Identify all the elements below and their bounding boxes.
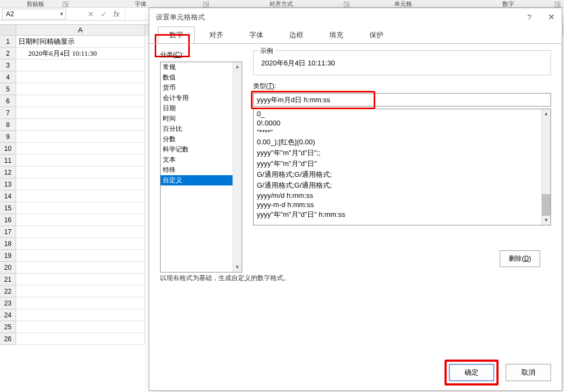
row-header[interactable]: 12 — [0, 167, 16, 178]
category-item[interactable]: 货币 — [161, 83, 233, 93]
delete-button[interactable]: 删除(D) — [500, 250, 540, 267]
cell[interactable] — [16, 285, 145, 297]
row-header[interactable]: 3 — [0, 59, 16, 71]
cell[interactable]: 2020年6月4日 10:11:30 — [16, 48, 145, 59]
select-all-corner[interactable] — [0, 25, 16, 36]
dialog-titlebar[interactable]: 设置单元格格式 ? ✕ — [149, 8, 562, 26]
type-list-item[interactable]: 0!.0000 — [254, 118, 541, 128]
tab-font[interactable]: 字体 — [238, 26, 275, 44]
type-list-item[interactable]: G/通用格式;G/通用格式; — [254, 180, 541, 191]
chevron-down-icon[interactable]: ▼ — [58, 11, 65, 17]
category-item[interactable]: 会计专用 — [161, 93, 233, 103]
row-header[interactable]: 25 — [0, 321, 16, 333]
cell[interactable] — [16, 321, 145, 333]
row-header[interactable]: 18 — [0, 238, 16, 250]
type-list-item[interactable]: "****" — [254, 128, 541, 137]
confirm-formula-icon[interactable]: ✓ — [101, 10, 107, 18]
row-header[interactable]: 4 — [0, 71, 16, 83]
category-item[interactable]: 分数 — [161, 134, 233, 144]
type-list-item[interactable]: yyyy/m/d h:mm:ss — [254, 191, 541, 200]
row-header[interactable]: 20 — [0, 262, 16, 274]
cell[interactable] — [16, 83, 145, 95]
scroll-down-icon[interactable]: ▼ — [542, 216, 550, 225]
cell[interactable] — [16, 71, 145, 83]
cell[interactable] — [16, 309, 145, 321]
cell[interactable] — [16, 131, 145, 143]
cell[interactable] — [16, 202, 145, 214]
close-icon[interactable]: ✕ — [540, 8, 562, 26]
category-item[interactable]: 自定义 — [161, 175, 233, 185]
cancel-formula-icon[interactable]: ✕ — [88, 10, 94, 18]
dialog-launcher-icon[interactable]: ↘ — [203, 2, 209, 7]
cell[interactable] — [16, 274, 145, 285]
category-item[interactable]: 数值 — [161, 72, 233, 83]
cell[interactable] — [16, 333, 145, 345]
scroll-up-icon[interactable]: ▲ — [542, 109, 550, 118]
row-header[interactable]: 26 — [0, 333, 16, 345]
row-header[interactable]: 24 — [0, 309, 16, 321]
help-icon[interactable]: ? — [519, 8, 540, 26]
row-header[interactable]: 23 — [0, 297, 16, 309]
ok-button[interactable]: 确定 — [449, 364, 494, 381]
cell[interactable] — [16, 250, 145, 262]
row-header[interactable]: 22 — [0, 285, 16, 297]
row-header[interactable]: 16 — [0, 214, 16, 226]
cell[interactable] — [16, 214, 145, 226]
row-header[interactable]: 7 — [0, 107, 16, 119]
row-header[interactable]: 14 — [0, 190, 16, 202]
category-item[interactable]: 特殊 — [161, 165, 233, 175]
type-list-item[interactable]: 0_ — [254, 109, 541, 118]
row-header[interactable]: 15 — [0, 202, 16, 214]
cell[interactable] — [16, 155, 145, 167]
cell[interactable] — [16, 190, 145, 202]
tab-fill[interactable]: 填充 — [318, 26, 355, 44]
row-header[interactable]: 17 — [0, 226, 16, 238]
type-input[interactable] — [253, 93, 551, 107]
cell[interactable] — [16, 262, 145, 274]
cell[interactable] — [16, 238, 145, 250]
cell[interactable] — [16, 143, 145, 155]
cell[interactable] — [16, 119, 145, 131]
scroll-down-icon[interactable]: ▼ — [233, 263, 242, 272]
dialog-launcher-icon[interactable]: ↘ — [344, 2, 349, 7]
category-item[interactable]: 日期 — [161, 103, 233, 114]
scrollbar[interactable]: ▲ ▼ — [541, 109, 550, 225]
fx-icon[interactable]: fx — [114, 10, 120, 18]
cell[interactable] — [16, 226, 145, 238]
name-box[interactable]: A2 ▼ — [2, 9, 66, 19]
cell[interactable] — [16, 167, 145, 178]
cell[interactable] — [16, 59, 145, 71]
type-list-item[interactable]: G/通用格式;G/通用格式; — [254, 169, 541, 180]
row-header[interactable]: 11 — [0, 155, 16, 167]
tab-alignment[interactable]: 对齐 — [198, 26, 235, 44]
category-listbox[interactable]: 常规数值货币会计专用日期时间百分比分数科学记数文本特殊自定义 ▲ ▼ — [160, 62, 242, 273]
category-item[interactable]: 常规 — [161, 62, 233, 72]
row-header[interactable]: 19 — [0, 250, 16, 262]
type-list-item[interactable]: yyyy"年"m"月"d"日" h:mm:ss — [254, 209, 541, 220]
category-item[interactable]: 百分比 — [161, 124, 233, 134]
tab-protection[interactable]: 保护 — [358, 26, 395, 44]
scrollbar-thumb[interactable] — [542, 194, 550, 216]
type-list-item[interactable]: 0.00_);[红色](0.00) — [254, 137, 541, 148]
row-header[interactable]: 1 — [0, 36, 16, 48]
cell[interactable] — [16, 107, 145, 119]
row-header[interactable]: 8 — [0, 119, 16, 131]
row-header[interactable]: 6 — [0, 95, 16, 107]
cell[interactable] — [16, 95, 145, 107]
cell[interactable] — [16, 297, 145, 309]
dialog-launcher-icon[interactable]: ↘ — [555, 2, 560, 7]
type-listbox[interactable]: 0_0!.0000"****"0.00_);[红色](0.00)yyyy"年"m… — [253, 109, 551, 225]
cancel-button[interactable]: 取消 — [506, 364, 551, 381]
row-header[interactable]: 21 — [0, 274, 16, 285]
cell[interactable] — [16, 178, 145, 190]
col-header[interactable]: A — [16, 25, 145, 36]
category-item[interactable]: 时间 — [161, 114, 233, 124]
row-header[interactable]: 5 — [0, 83, 16, 95]
cell[interactable]: 日期时间精确显示 — [16, 36, 145, 48]
category-item[interactable]: 科学记数 — [161, 144, 233, 155]
tab-number[interactable]: 数字 — [158, 26, 195, 44]
type-list-item[interactable]: yyyy-m-d h:mm:ss — [254, 200, 541, 209]
row-header[interactable]: 10 — [0, 143, 16, 155]
scrollbar[interactable]: ▲ ▼ — [233, 62, 242, 272]
category-item[interactable]: 文本 — [161, 155, 233, 165]
